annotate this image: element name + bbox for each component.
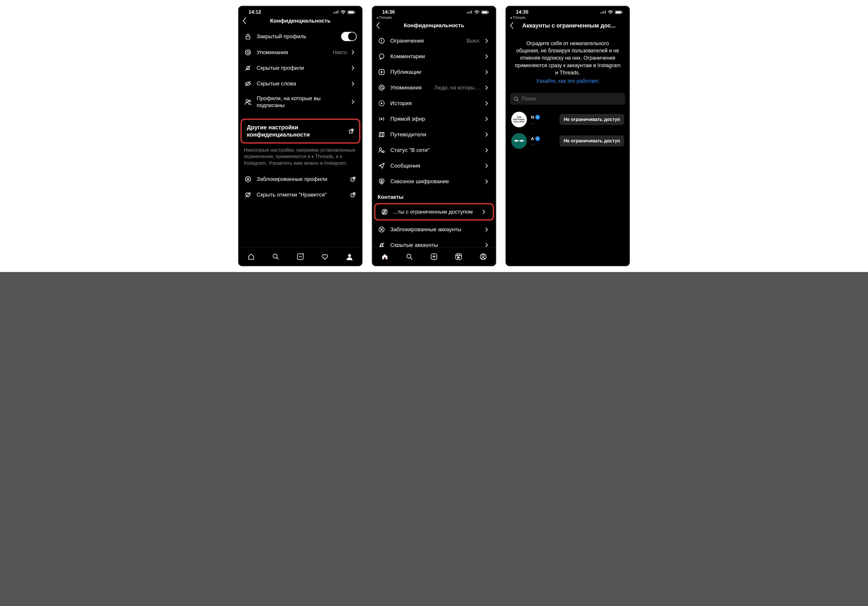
svg-rect-7 <box>355 12 355 13</box>
row-label: Заблокированные аккаунты <box>390 226 480 233</box>
row-private-profile[interactable]: Закрытый профиль <box>239 28 362 45</box>
row-followed-profiles[interactable]: Профили, на которые вы подписаны <box>239 91 362 112</box>
account-more: … <box>531 119 555 124</box>
page-title: Аккаунты с ограниченным дос... <box>520 22 626 29</box>
status-icons <box>600 11 623 14</box>
svg-rect-36 <box>488 12 489 13</box>
status-time: 14:35 <box>516 9 528 15</box>
status-icons <box>467 11 489 14</box>
chevron-right-icon <box>485 164 490 168</box>
row-label: Скрытые слова <box>257 80 347 87</box>
tab-home[interactable] <box>380 253 389 261</box>
row-e2e[interactable]: Сквозное шифрование <box>372 174 496 189</box>
row-mentions[interactable]: Упоминания Никто <box>239 45 362 60</box>
row-guides[interactable]: Путеводители <box>372 127 496 143</box>
learn-more-link[interactable]: Узнайте, как это работает. <box>515 77 621 85</box>
svg-point-33 <box>477 13 477 14</box>
tab-reels[interactable] <box>454 253 463 261</box>
svg-point-52 <box>383 151 384 152</box>
unrestrict-button[interactable]: Не ограничивать доступ <box>560 114 624 125</box>
row-label: Сквозное шифрование <box>390 178 480 185</box>
search-box[interactable] <box>510 93 625 105</box>
back-button[interactable] <box>376 22 386 29</box>
status-bar: 14:35 <box>506 6 629 15</box>
row-label: Комментарии <box>390 53 480 60</box>
chevron-right-icon <box>485 101 490 105</box>
account-name: N <box>531 115 534 119</box>
row-limits[interactable]: Ограничения Выкл. <box>372 33 496 49</box>
chevron-right-icon <box>352 66 357 70</box>
row-label: Статус "В сети" <box>390 147 480 153</box>
row-messages[interactable]: Сообщения <box>372 158 496 174</box>
row-hidden-profiles[interactable]: Скрытые профили <box>239 60 362 76</box>
signal-icon <box>467 11 473 14</box>
unrestrict-button[interactable]: Не ограничивать доступ <box>560 135 624 146</box>
avatar[interactable]: THE NATIONAL GALLERY <box>511 112 527 127</box>
x-circle-icon <box>378 225 386 234</box>
svg-point-12 <box>246 99 248 102</box>
status-bar: 14:12 <box>239 6 362 15</box>
row-other-privacy-settings[interactable]: Другие настройки конфиденциальности <box>240 119 360 144</box>
chat-icon <box>378 53 386 60</box>
row-label: Ограничения <box>390 37 462 44</box>
back-button[interactable] <box>242 17 253 24</box>
account-name: A <box>531 136 534 141</box>
back-to-app[interactable]: ◂ Threads <box>506 15 629 20</box>
chevron-right-icon <box>485 179 490 184</box>
chevron-right-icon <box>482 209 488 214</box>
external-link-icon <box>350 177 357 182</box>
svg-point-72 <box>482 255 484 257</box>
status-bar: 14:36 <box>372 6 496 15</box>
svg-rect-8 <box>246 36 250 39</box>
row-label: Скрыть отметки "Нравится" <box>257 191 346 198</box>
battery-icon <box>481 11 489 14</box>
battery-icon <box>615 11 623 14</box>
tab-create[interactable] <box>430 253 438 261</box>
row-mentions[interactable]: Упоминания Люди, на которых... <box>372 80 496 96</box>
row-hidden-words[interactable]: Скрытые слова <box>239 76 362 91</box>
row-label: Путеводители <box>390 131 480 138</box>
row-posts[interactable]: Публикации <box>372 64 496 80</box>
row-comments[interactable]: Комментарии <box>372 49 496 64</box>
search-input[interactable] <box>522 96 622 102</box>
screen-instagram-privacy: 14:36 ◂ Threads Конфиденциальность Огран… <box>372 6 496 266</box>
row-label: Упоминания <box>257 49 328 56</box>
account-meta: N ✓ … <box>531 115 555 124</box>
description: Оградите себя от нежелательного общения,… <box>506 33 629 89</box>
row-hide-likes[interactable]: Скрыть отметки "Нравится" <box>239 187 362 203</box>
chevron-right-icon <box>485 227 490 232</box>
row-label: Профили, на которые вы подписаны <box>257 95 347 109</box>
svg-point-28 <box>348 254 351 257</box>
avatar[interactable] <box>511 133 527 149</box>
tab-activity[interactable] <box>321 253 329 261</box>
row-blocked-profiles[interactable]: Заблокированные профили <box>239 171 362 187</box>
svg-point-51 <box>379 148 381 150</box>
battery-icon <box>347 11 356 14</box>
signal-icon <box>600 11 606 14</box>
toggle-private[interactable] <box>341 32 357 41</box>
tab-search[interactable] <box>405 253 414 261</box>
row-restricted-accounts[interactable]: ...ты с ограниченным доступом <box>374 203 494 220</box>
svg-rect-80 <box>622 12 622 13</box>
tab-profile[interactable] <box>345 253 354 261</box>
row-label: Скрытые профили <box>257 65 347 71</box>
row-blocked-accounts[interactable]: Заблокированные аккаунты <box>372 222 496 237</box>
row-activity-status[interactable]: Статус "В сети" <box>372 143 496 158</box>
row-live[interactable]: Прямой эфир <box>372 111 496 127</box>
wifi-icon <box>341 11 346 14</box>
chevron-right-icon <box>485 148 490 152</box>
row-hidden-accounts[interactable]: Скрытые аккаунты <box>372 237 496 247</box>
tab-create[interactable] <box>296 253 305 261</box>
row-story[interactable]: История <box>372 96 496 111</box>
back-button[interactable] <box>510 22 520 29</box>
tab-search[interactable] <box>271 253 280 261</box>
tab-home[interactable] <box>247 253 256 261</box>
status-time: 14:12 <box>248 9 261 15</box>
bell-off-icon <box>244 64 252 72</box>
page-title: Конфиденциальность <box>386 22 492 29</box>
status-time: 14:36 <box>382 9 395 15</box>
row-label: Прямой эфир <box>390 115 480 122</box>
back-to-app[interactable]: ◂ Threads <box>372 15 496 20</box>
chevron-left-icon <box>242 17 246 24</box>
tab-profile[interactable] <box>479 253 488 261</box>
